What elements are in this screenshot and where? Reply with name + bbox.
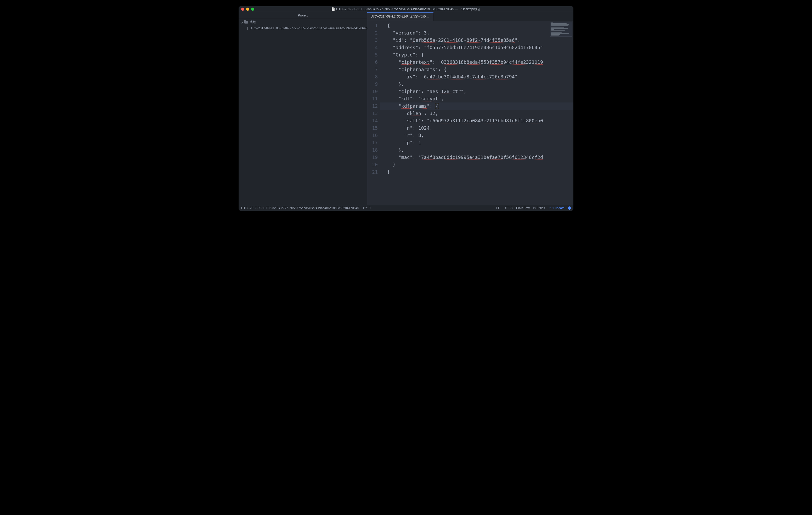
git-icon[interactable]: [568, 206, 571, 210]
code-line[interactable]: }: [380, 161, 573, 169]
gutter-line-number: 9: [367, 81, 378, 88]
code-token: "mac": [399, 154, 412, 160]
gutter-line-number: 10: [367, 88, 378, 95]
app-window: UTC--2017-09-11T06-32-04.277Z--f055775eb…: [239, 6, 573, 211]
code-token: ,: [464, 89, 466, 94]
chevron-down-icon: [240, 20, 243, 23]
code-token: ": [427, 103, 430, 109]
code-line[interactable]: "iv": "6a47cbe30f4db4a8c7ab4cc726c3b794": [380, 73, 573, 81]
code-line[interactable]: "salt": "e66d972a3f1f2ca0843e2113bbd8fe6…: [380, 117, 573, 124]
tree-file[interactable]: UTC--2017-09-11T06-32-04.277Z--f055775eb…: [239, 25, 367, 31]
status-cursor[interactable]: 12:19: [362, 206, 370, 210]
code-token: 03368318b8eda4553f357b94cf4fe2321019: [441, 59, 543, 65]
code-token: "cipher": [399, 89, 421, 94]
code-token: ": [404, 111, 407, 116]
code-token: :: [412, 154, 418, 160]
code-line[interactable]: "Crypto": {: [380, 51, 573, 59]
tree-folder[interactable]: 钱包: [239, 19, 367, 25]
code-area[interactable]: 123456789101112131415161718192021 { "ver…: [367, 21, 573, 205]
code-token: : {: [438, 67, 447, 72]
gutter-line-number: 19: [367, 154, 378, 161]
folder-icon: [244, 21, 248, 24]
sidebar-title: Project: [298, 13, 308, 17]
code-token: ,: [427, 30, 430, 35]
status-update[interactable]: ⟳ 1 update: [549, 206, 564, 210]
code-token: 7a4f8bad8ddc19995e4a31befae70f56f612346c…: [421, 154, 543, 160]
gutter-line-number: 14: [367, 117, 378, 124]
window-zoom-button[interactable]: [251, 7, 254, 11]
code-token: ": [427, 118, 430, 123]
code-token: ": [410, 37, 412, 43]
code-line[interactable]: "id": "0efb565a-2201-4188-89f2-74d4f35e8…: [380, 37, 573, 44]
folder-label: 钱包: [250, 20, 256, 24]
code-line[interactable]: {: [380, 22, 573, 29]
code-line[interactable]: "ciphertext": "03368318b8eda4553f357b94c…: [380, 59, 573, 66]
window-title: UTC--2017-09-11T06-32-04.277Z--f055775eb…: [332, 6, 480, 12]
status-encoding[interactable]: UTF-8: [503, 206, 513, 210]
code-token: :: [421, 89, 427, 94]
code-token: "f055775ebd516e7419ae486c1d50c682d417064…: [424, 45, 543, 50]
code-line[interactable]: "version": 3,: [380, 29, 573, 37]
status-path[interactable]: UTC--2017-09-11T06-32-04.277Z--f055775eb…: [241, 206, 359, 210]
gutter: 123456789101112131415161718192021: [367, 21, 380, 205]
code-token: :: [424, 111, 430, 116]
code-token: cipherparams: [401, 67, 435, 72]
code-token: ,: [430, 125, 432, 131]
code-token: :: [418, 45, 424, 50]
code-line[interactable]: "mac": "7a4f8bad8ddc19995e4a31befae70f56…: [380, 154, 573, 161]
code-token: "salt": [404, 118, 421, 123]
sidebar-header: Project: [239, 12, 367, 19]
document-icon: [248, 27, 248, 30]
code-line[interactable]: "cipherparams": {: [380, 66, 573, 73]
code-token: :: [412, 140, 418, 145]
code-token: ": [399, 59, 401, 65]
code-token: ": [515, 37, 517, 43]
code-line[interactable]: "r": 8,: [380, 132, 573, 139]
code-line[interactable]: },: [380, 81, 573, 88]
code-content[interactable]: { "version": 3, "id": "0efb565a-2201-418…: [380, 21, 573, 205]
code-token: ": [515, 74, 517, 80]
code-line[interactable]: "p": 1: [380, 139, 573, 146]
code-token: scrypt: [421, 96, 438, 101]
gutter-line-number: 5: [367, 51, 378, 59]
gutter-line-number: 2: [367, 29, 378, 37]
gutter-line-number: 13: [367, 110, 378, 117]
code-token: 1024: [418, 125, 430, 131]
code-token: : {: [415, 52, 424, 58]
code-line[interactable]: "n": 1024,: [380, 124, 573, 132]
code-line[interactable]: "kdf": "scrypt",: [380, 95, 573, 102]
code-token: },: [399, 81, 404, 87]
code-line[interactable]: },: [380, 146, 573, 154]
gutter-line-number: 6: [367, 59, 378, 66]
file-icon: [332, 7, 335, 11]
status-syntax[interactable]: Plain Text: [516, 206, 530, 210]
code-token: ,: [441, 96, 444, 101]
code-token: ": [418, 96, 421, 101]
editor-tab[interactable]: UTC--2017-09-11T06-32-04.277Z--f055…: [367, 12, 434, 21]
code-line[interactable]: "address": "f055775ebd516e7419ae486c1d50…: [380, 44, 573, 51]
code-line[interactable]: "kdfparams": {: [380, 102, 573, 110]
code-token: :: [404, 37, 410, 43]
code-token: :: [412, 132, 418, 138]
code-token: "r": [404, 132, 413, 138]
status-files[interactable]: ⧉ 0 files: [533, 206, 545, 210]
code-token: 0efb565a-2201-4188-89f2-74d4f35e85a6: [412, 37, 515, 43]
code-token: "kdf": [399, 96, 412, 101]
code-token: "p": [404, 140, 413, 145]
code-token: ": [438, 96, 441, 101]
code-line[interactable]: }: [380, 169, 573, 176]
window-minimize-button[interactable]: [246, 7, 249, 11]
code-line[interactable]: "dklen": 32,: [380, 110, 573, 117]
code-token: ": [399, 67, 401, 72]
window-title-text: UTC--2017-09-11T06-32-04.277Z--f055775eb…: [336, 7, 480, 11]
code-line[interactable]: "cipher": "aes-128-ctr",: [380, 88, 573, 95]
code-token: ": [435, 67, 438, 72]
code-token: }: [387, 169, 390, 175]
status-eol[interactable]: LF: [496, 206, 500, 210]
project-tree[interactable]: 钱包 UTC--2017-09-11T06-32-04.277Z--f05577…: [239, 19, 367, 31]
window-close-button[interactable]: [241, 7, 244, 11]
code-token: :: [421, 118, 427, 123]
files-icon: ⧉: [533, 206, 536, 210]
code-token: 6a47cbe30f4db4a8c7ab4cc726c3b794: [424, 74, 515, 80]
code-token: ,: [517, 37, 520, 43]
